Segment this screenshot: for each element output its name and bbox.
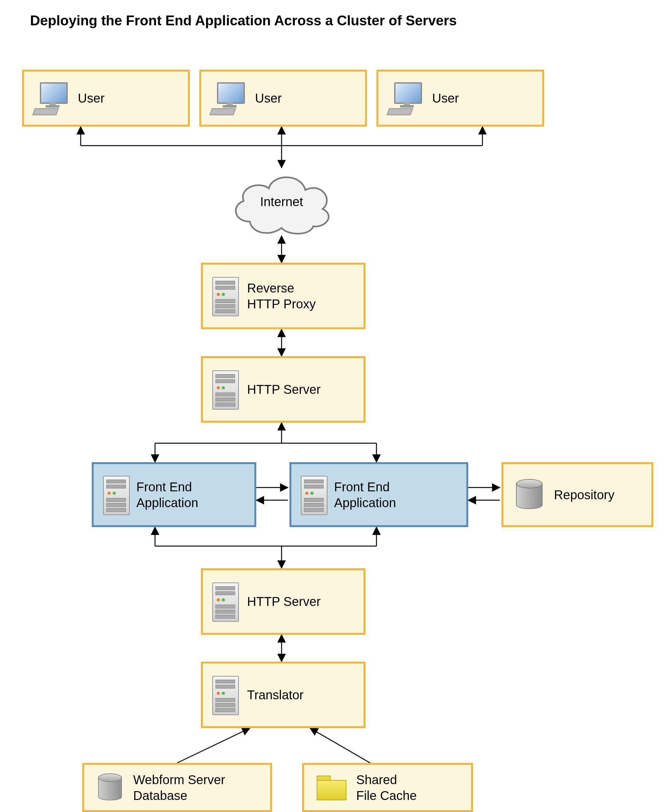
translator-node: Translator — [201, 662, 365, 728]
http-server-node-1: HTTP Server — [201, 356, 365, 423]
computer-icon — [388, 82, 422, 114]
server-icon — [212, 277, 238, 315]
user-label: User — [78, 90, 104, 106]
front-end-app-node-2: Front End Application — [290, 462, 468, 527]
folder-icon — [317, 776, 345, 799]
user-node-2: User — [199, 70, 367, 126]
http-server-label: HTTP Server — [247, 594, 321, 609]
file-cache-node: Shared File Cache — [302, 763, 473, 812]
database-icon — [98, 773, 121, 802]
file-cache-label: Shared File Cache — [356, 772, 417, 803]
user-node-1: User — [22, 70, 190, 126]
internet-cloud: Internet — [228, 165, 336, 239]
user-label: User — [432, 90, 459, 106]
http-server-node-2: HTTP Server — [201, 568, 365, 635]
diagram-title: Deploying the Front End Application Acro… — [30, 13, 457, 29]
translator-label: Translator — [247, 687, 304, 703]
repository-label: Repository — [554, 487, 614, 503]
svg-line-21 — [310, 728, 370, 763]
webform-db-node: Webform Server Database — [82, 763, 272, 812]
svg-line-20 — [177, 728, 250, 763]
server-icon — [212, 582, 238, 621]
front-end-app-node-1: Front End Application — [92, 462, 256, 527]
front-end-app-label: Front End Application — [334, 479, 396, 511]
user-label: User — [255, 90, 281, 106]
reverse-proxy-node: Reverse HTTP Proxy — [201, 263, 365, 329]
server-icon — [212, 676, 238, 714]
server-icon — [301, 476, 326, 514]
internet-label: Internet — [228, 165, 336, 239]
server-icon — [212, 370, 238, 408]
repository-node: Repository — [501, 462, 653, 527]
http-server-label: HTTP Server — [247, 382, 321, 397]
reverse-proxy-label: Reverse HTTP Proxy — [247, 280, 316, 312]
server-icon — [103, 476, 128, 514]
database-icon — [516, 479, 541, 511]
webform-db-label: Webform Server Database — [133, 772, 225, 803]
front-end-app-label: Front End Application — [136, 479, 198, 511]
user-node-3: User — [376, 70, 544, 126]
computer-icon — [34, 82, 68, 114]
computer-icon — [211, 82, 245, 114]
